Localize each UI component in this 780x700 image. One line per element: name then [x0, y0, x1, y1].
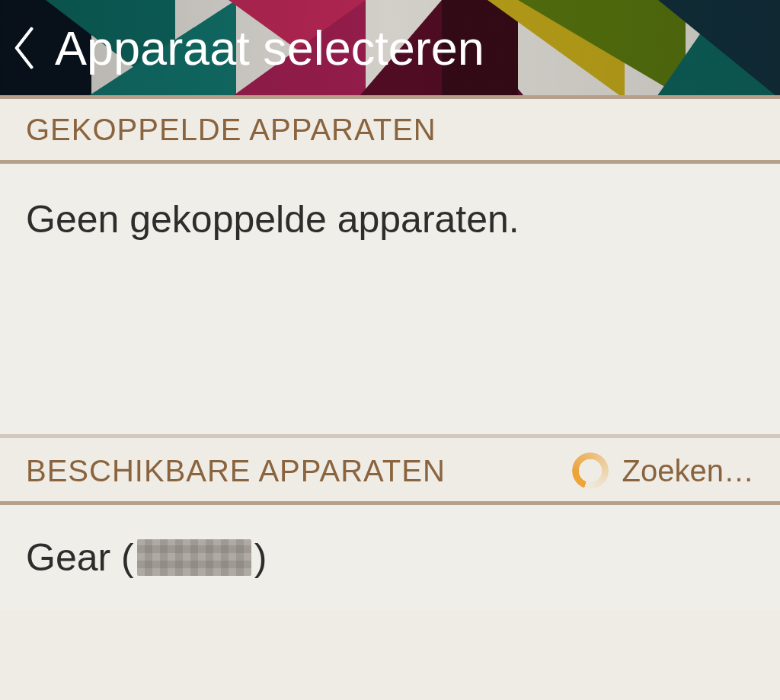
loading-spinner-icon	[572, 452, 609, 489]
device-id-obscured	[137, 539, 251, 576]
device-name-prefix: Gear (	[26, 535, 134, 580]
searching-status: Zoeken…	[572, 452, 754, 489]
chevron-left-icon	[12, 27, 38, 69]
back-button[interactable]	[12, 27, 38, 69]
paired-content: Geen gekoppelde apparaten.	[0, 164, 780, 438]
no-paired-devices-text: Geen gekoppelde apparaten.	[0, 164, 780, 434]
section-header-paired: GEKOPPELDE APPARATEN	[0, 99, 780, 164]
section-label-paired: GEKOPPELDE APPARATEN	[26, 113, 436, 147]
available-device-item[interactable]: Gear ( )	[0, 505, 780, 610]
section-label-available: BESCHIKBARE APPARATEN	[26, 454, 446, 488]
searching-label: Zoeken…	[622, 454, 754, 488]
app-header: Apparaat selecteren	[0, 0, 780, 99]
section-header-available: BESCHIKBARE APPARATEN Zoeken…	[0, 440, 780, 505]
device-name-suffix: )	[254, 535, 267, 580]
page-title: Apparaat selecteren	[55, 21, 484, 75]
